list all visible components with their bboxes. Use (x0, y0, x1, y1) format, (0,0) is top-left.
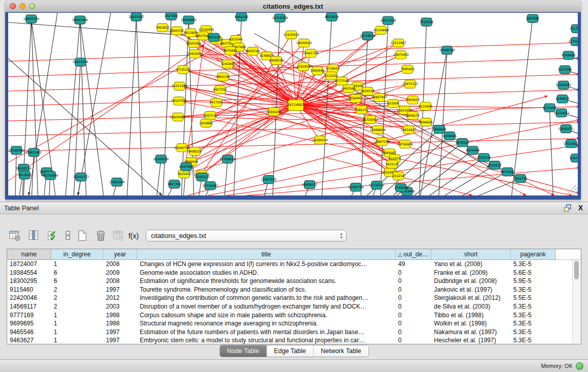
graph-node[interactable]: 17359928 (220, 155, 236, 163)
graph-node[interactable]: 1187536 (570, 154, 578, 162)
graph-node[interactable]: 9267130 (203, 112, 217, 120)
graph-edge[interactable] (570, 188, 577, 195)
network-graph[interactable]: 1872400774638228660128891295412226058982… (8, 13, 578, 195)
graph-node[interactable]: 19218506 (360, 32, 376, 40)
graph-node[interactable]: 15751074 (569, 37, 578, 46)
tab-edge-table[interactable]: Edge Table (267, 345, 313, 357)
graph-edge[interactable] (225, 159, 228, 195)
graph-edge[interactable] (136, 17, 142, 195)
column-header-out-degree[interactable]: △out_de… (396, 249, 431, 260)
graph-node[interactable]: 1440954 (432, 125, 446, 134)
graph-node[interactable]: 9849575 (406, 112, 420, 120)
graph-node[interactable]: 1658520 (270, 56, 284, 64)
graph-node[interactable]: 20260500 (9, 146, 25, 155)
graph-edge[interactable] (8, 122, 578, 136)
graph-edge[interactable] (15, 150, 16, 195)
table-row[interactable]: 946362711997Embryonic stem cells: a mode… (7, 336, 581, 344)
graph-node[interactable]: 7463822 (156, 24, 169, 32)
graph-node[interactable]: 7485063 (401, 65, 415, 73)
graph-node[interactable]: 11156889 (42, 171, 58, 180)
maximize-window-icon[interactable] (29, 3, 35, 9)
graph-node[interactable]: 10807467 (372, 93, 387, 101)
graph-node[interactable]: 9097588 (179, 163, 193, 171)
graph-node[interactable]: 9777169 (335, 77, 349, 85)
graph-node[interactable]: 10719158 (272, 14, 288, 22)
graph-edge[interactable] (163, 16, 171, 195)
graph-node[interactable]: 19654985 (170, 113, 186, 121)
new-document-icon[interactable] (76, 229, 89, 243)
graph-node[interactable]: 9427552 (213, 85, 227, 94)
graph-edge[interactable] (414, 150, 472, 195)
graph-node[interactable]: 2718126 (176, 65, 190, 74)
float-panel-icon[interactable] (563, 204, 572, 212)
graph-node[interactable]: 9338924 (443, 132, 456, 140)
graph-node[interactable]: 24055724 (24, 15, 39, 23)
graph-node[interactable]: 2935114 (477, 154, 491, 162)
graph-node[interactable]: 18807249 (374, 138, 390, 146)
graph-node[interactable]: 9675685 (223, 47, 237, 55)
graph-edge[interactable] (550, 108, 553, 195)
graph-node[interactable]: 2087682 (526, 14, 539, 23)
graph-node[interactable]: 9115460 (419, 102, 432, 110)
graph-node[interactable]: 18107554 (171, 97, 187, 105)
network-canvas[interactable]: 1872400774638228660128891295412226058982… (8, 13, 578, 195)
graph-node[interactable]: 9463627 (406, 96, 420, 104)
scrollbar-thumb[interactable] (574, 261, 579, 279)
graph-node[interactable]: 14671358 (380, 16, 396, 25)
graph-edge[interactable] (80, 20, 103, 195)
graph-node[interactable]: 9474444 (466, 146, 480, 155)
graph-node[interactable]: 18300295 (266, 108, 282, 116)
graph-edge[interactable] (184, 105, 296, 174)
graph-node[interactable]: 15135141 (369, 181, 385, 189)
graph-node[interactable]: 621606 (387, 99, 399, 107)
graph-node[interactable]: 11451904 (109, 178, 125, 186)
graph-node[interactable]: 12325419 (284, 31, 299, 39)
column-header-short[interactable]: short (431, 249, 511, 260)
table-row[interactable]: 1456911722003Disruption of a novel membe… (7, 302, 581, 311)
table-row[interactable]: 946554611997Estimation of the future num… (7, 328, 581, 337)
table-row[interactable]: 1830029562008Estimation of significance … (7, 277, 581, 286)
graph-node[interactable]: 19654923 (401, 126, 417, 134)
graph-node[interactable]: 15831961 (26, 148, 42, 157)
column-header-name[interactable]: name (7, 249, 51, 260)
tab-node-table[interactable]: Node Table (220, 345, 267, 357)
graph-node[interactable]: 15720407 (362, 116, 378, 124)
table-row[interactable]: 969969511998Structural magnetic resonanc… (7, 319, 581, 328)
graph-node[interactable]: 3915911 (18, 171, 32, 179)
table-row[interactable]: 2242004622012Investigating the contribut… (7, 294, 581, 302)
column-header-title[interactable]: title (137, 249, 396, 260)
graph-edge[interactable] (8, 74, 578, 91)
close-window-icon[interactable] (10, 3, 16, 9)
graph-node[interactable]: 16648784 (439, 46, 455, 54)
column-header-in-degree[interactable]: in_degree (51, 249, 103, 260)
graph-edge[interactable] (8, 139, 578, 151)
graph-node[interactable]: 1527602 (164, 13, 178, 20)
graph-node[interactable]: 1244413 (556, 95, 570, 103)
graph-node[interactable]: 10958107 (302, 181, 318, 189)
graph-node[interactable]: 1162815 (297, 62, 311, 71)
graph-node[interactable]: 1121022 (324, 72, 338, 80)
graph-node[interactable]: 7632621 (488, 161, 502, 169)
graph-node[interactable]: 8454749 (246, 47, 259, 55)
graph-node[interactable]: 8466160 (234, 13, 248, 21)
graph-node[interactable]: 6497568 (342, 84, 356, 93)
select-columns-icon[interactable] (46, 229, 59, 243)
graph-node[interactable]: 3242845 (221, 60, 234, 68)
table-row[interactable]: 1938455462009Genome-wide association stu… (7, 269, 581, 277)
graph-node[interactable]: 9498222 (188, 147, 202, 156)
graph-node[interactable]: 1654881 (199, 119, 213, 127)
graph-node[interactable]: 15716485 (202, 182, 218, 190)
graph-node[interactable]: 9227349 (558, 65, 572, 74)
graph-node[interactable]: 1016753 (513, 174, 527, 183)
graph-node[interactable]: 20364456 (348, 94, 364, 102)
tab-network-table[interactable]: Network Table (314, 345, 368, 357)
graph-node[interactable]: 9313546 (229, 35, 243, 43)
graph-node[interactable]: 252254 (393, 172, 404, 180)
graph-node[interactable]: 10655287 (128, 13, 144, 21)
graph-node[interactable]: 12975115 (402, 80, 418, 88)
graph-node[interactable]: 12213383 (171, 82, 187, 90)
table-row[interactable]: 911546021997Tourette syndrome. Phenomeno… (7, 286, 581, 294)
graph-edge[interactable] (157, 159, 161, 195)
graph-node[interactable]: 10973493 (393, 51, 409, 59)
graph-edge[interactable] (66, 20, 80, 195)
